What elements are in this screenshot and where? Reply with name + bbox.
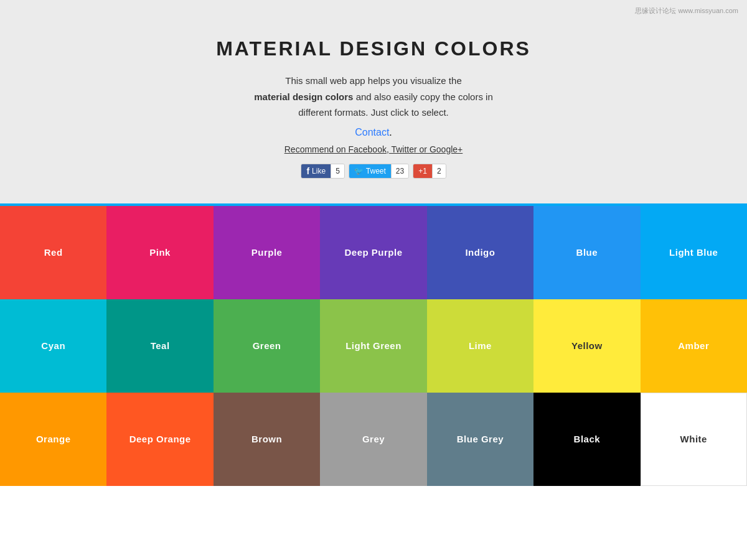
color-label: White <box>680 434 707 444</box>
color-cell-yellow[interactable]: Yellow <box>533 299 640 393</box>
color-label: Cyan <box>41 340 65 351</box>
social-buttons: f Like 5 🐦 Tweet 23 +1 2 <box>12 164 735 179</box>
color-cell-black[interactable]: Black <box>533 393 640 486</box>
color-cell-deep-purple[interactable]: Deep Purple <box>320 206 426 299</box>
color-label: Deep Orange <box>129 434 191 444</box>
color-cell-pink[interactable]: Pink <box>106 206 213 299</box>
color-cell-amber[interactable]: Amber <box>641 299 747 393</box>
color-label: Blue <box>576 247 598 258</box>
color-label: Black <box>574 434 601 444</box>
page-title: MATERIAL DESIGN COLORS <box>12 37 735 60</box>
googleplus-button[interactable]: +1 2 <box>413 164 446 179</box>
color-cell-deep-orange[interactable]: Deep Orange <box>106 393 213 486</box>
color-cell-light-green[interactable]: Light Green <box>320 299 426 393</box>
color-label: Amber <box>678 340 709 351</box>
color-grid: RedPinkPurpleDeep PurpleIndigoBlueLight … <box>0 206 747 486</box>
color-label: Light Green <box>345 340 402 351</box>
color-cell-orange[interactable]: Orange <box>0 393 106 486</box>
color-label: Blue Grey <box>457 434 504 444</box>
twitter-tweet-button[interactable]: 🐦 Tweet 23 <box>349 164 409 179</box>
color-cell-white[interactable]: White <box>641 393 747 486</box>
color-cell-red[interactable]: Red <box>0 206 106 299</box>
description-bold: material design colors <box>254 91 353 102</box>
twitter-tweet-count: 23 <box>391 164 408 178</box>
color-cell-cyan[interactable]: Cyan <box>0 299 106 393</box>
recommend-link[interactable]: Recommend on Facebook, Twitter or Google… <box>284 144 463 154</box>
color-cell-purple[interactable]: Purple <box>214 206 320 299</box>
color-cell-blue-grey[interactable]: Blue Grey <box>427 393 533 486</box>
watermark: 思缘设计论坛 www.missyuan.com <box>635 6 738 16</box>
color-label: Grey <box>362 434 385 444</box>
color-cell-indigo[interactable]: Indigo <box>427 206 533 299</box>
googleplus-count: 2 <box>432 164 446 178</box>
color-cell-green[interactable]: Green <box>214 299 320 393</box>
color-label: Brown <box>251 434 282 444</box>
facebook-like-label: f Like <box>301 164 331 178</box>
googleplus-label: +1 <box>413 164 432 178</box>
color-label: Indigo <box>465 247 495 258</box>
description-text: This small web app helps you visualize t… <box>243 73 504 121</box>
facebook-like-button[interactable]: f Like 5 <box>301 164 344 179</box>
color-cell-grey[interactable]: Grey <box>320 393 426 486</box>
color-cell-teal[interactable]: Teal <box>106 299 213 393</box>
color-label: Lime <box>469 340 492 351</box>
color-label: Deep Purple <box>344 247 402 258</box>
color-label: Teal <box>151 340 170 351</box>
color-cell-lime[interactable]: Lime <box>427 299 533 393</box>
contact-link[interactable]: Contact <box>355 127 389 138</box>
color-label: Yellow <box>571 340 603 351</box>
color-label: Pink <box>149 247 171 258</box>
color-label: Purple <box>251 247 283 258</box>
color-cell-blue[interactable]: Blue <box>533 206 640 299</box>
color-label: Green <box>253 340 281 351</box>
color-cell-brown[interactable]: Brown <box>214 393 320 486</box>
color-label: Red <box>44 247 63 258</box>
color-label: Light Blue <box>669 247 718 258</box>
color-cell-light-blue[interactable]: Light Blue <box>641 206 747 299</box>
twitter-tweet-label: 🐦 Tweet <box>349 164 391 178</box>
header-section: MATERIAL DESIGN COLORS This small web ap… <box>0 0 747 203</box>
description-plain: This small web app helps you visualize t… <box>285 75 461 86</box>
period: . <box>389 127 392 138</box>
facebook-like-count: 5 <box>331 164 344 178</box>
color-label: Orange <box>36 434 71 444</box>
